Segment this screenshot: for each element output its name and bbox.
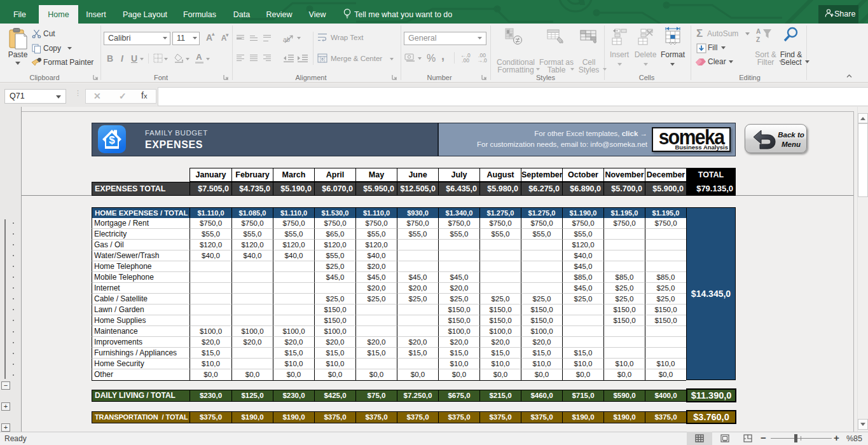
svg-text:Z: Z bbox=[756, 36, 760, 43]
svg-text:ab: ab bbox=[283, 36, 291, 43]
svg-text:$: $ bbox=[109, 134, 115, 146]
svg-text:A: A bbox=[756, 28, 761, 35]
